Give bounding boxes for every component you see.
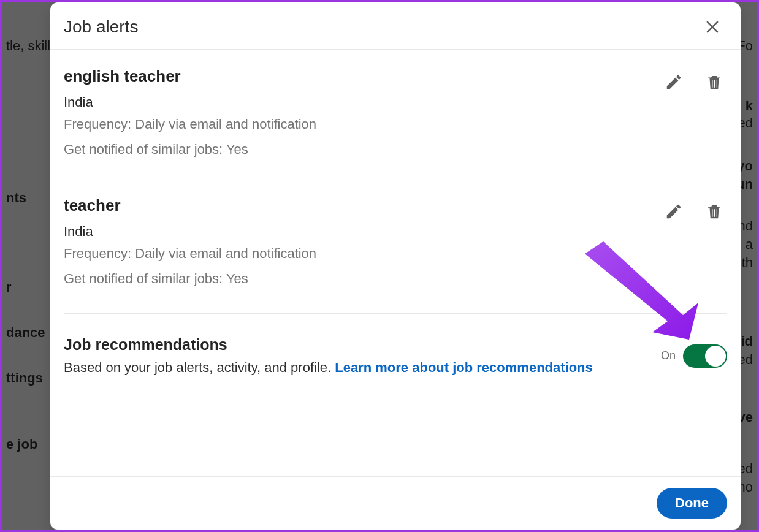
- alert-similar-jobs: Get notified of similar jobs: Yes: [64, 139, 316, 159]
- alert-similar-jobs: Get notified of similar jobs: Yes: [64, 268, 316, 289]
- delete-alert-button[interactable]: [701, 199, 727, 224]
- job-alert-item: teacher India Frequency: Daily via email…: [64, 179, 727, 308]
- done-button[interactable]: Done: [657, 488, 727, 519]
- recommendations-title: Job recommendations: [64, 336, 593, 354]
- modal-header: Job alerts: [50, 2, 741, 50]
- delete-alert-button[interactable]: [701, 69, 727, 95]
- toggle-state-label: On: [661, 349, 676, 362]
- trash-icon: [705, 73, 723, 91]
- edit-alert-button[interactable]: [661, 69, 687, 95]
- alert-location: India: [64, 224, 316, 240]
- job-recommendations-section: Job recommendations Based on your job al…: [64, 314, 727, 376]
- pencil-icon: [665, 73, 683, 91]
- edit-alert-button[interactable]: [661, 199, 687, 224]
- alert-location: India: [64, 94, 316, 110]
- modal-body: english teacher India Frequency: Daily v…: [50, 50, 741, 476]
- close-button[interactable]: [701, 16, 723, 38]
- job-alert-item: english teacher India Frequency: Daily v…: [64, 50, 727, 179]
- toggle-knob: [705, 346, 726, 367]
- job-alerts-modal: Job alerts english teacher India Frequen…: [50, 2, 741, 530]
- alert-title: english teacher: [64, 67, 316, 86]
- modal-footer: Done: [50, 476, 741, 530]
- alert-frequency: Frequency: Daily via email and notificat…: [64, 114, 316, 134]
- pencil-icon: [665, 202, 683, 221]
- alert-frequency: Frequency: Daily via email and notificat…: [64, 243, 316, 264]
- recommendations-description: Based on your job alerts, activity, and …: [64, 360, 593, 376]
- alert-title: teacher: [64, 196, 316, 215]
- trash-icon: [705, 202, 723, 221]
- learn-more-link[interactable]: Learn more about job recommendations: [335, 360, 593, 375]
- modal-title: Job alerts: [64, 17, 138, 37]
- recommendations-toggle[interactable]: [683, 344, 727, 368]
- close-icon: [704, 18, 721, 36]
